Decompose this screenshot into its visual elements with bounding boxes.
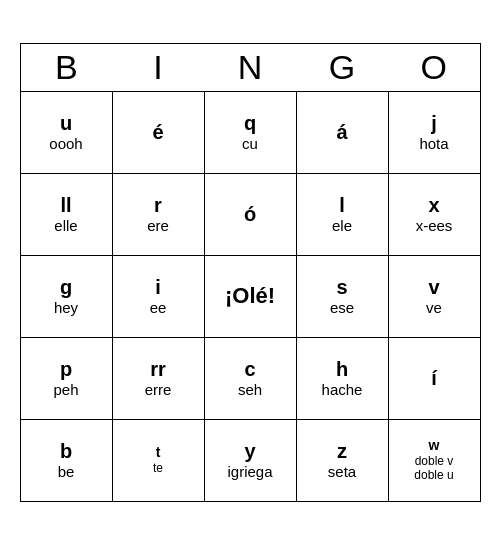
bingo-cell-r4c3: zseta: [296, 419, 388, 501]
cell-letter: r: [117, 193, 200, 217]
cell-name: ese: [301, 299, 384, 317]
bingo-cell-r0c3: á: [296, 91, 388, 173]
cell-letter: ll: [25, 193, 108, 217]
col-header-O: O: [388, 43, 480, 91]
free-space: ¡Olé!: [225, 283, 275, 308]
bingo-cell-r0c2: qcu: [204, 91, 296, 173]
cell-name: seh: [209, 381, 292, 399]
cell-letter: z: [301, 439, 384, 463]
cell-name: hache: [301, 381, 384, 399]
cell-name: hey: [25, 299, 108, 317]
cell-name: te: [117, 461, 200, 475]
cell-letter: g: [25, 275, 108, 299]
cell-name: ere: [117, 217, 200, 235]
col-header-N: N: [204, 43, 296, 91]
bingo-cell-r4c0: bbe: [20, 419, 112, 501]
bingo-cell-r1c4: xx-ees: [388, 173, 480, 255]
cell-name: be: [25, 463, 108, 481]
cell-name: hota: [393, 135, 476, 153]
bingo-cell-r3c0: ppeh: [20, 337, 112, 419]
bingo-cell-r3c2: cseh: [204, 337, 296, 419]
cell-letter: u: [25, 111, 108, 135]
cell-letter: b: [25, 439, 108, 463]
table-row: uooohéqcuájhota: [20, 91, 480, 173]
bingo-cell-r3c4: í: [388, 337, 480, 419]
cell-letter: p: [25, 357, 108, 381]
cell-letter: h: [301, 357, 384, 381]
bingo-cell-r2c2: ¡Olé!: [204, 255, 296, 337]
cell-name: cu: [209, 135, 292, 153]
cell-name: igriega: [209, 463, 292, 481]
cell-letter: w: [393, 437, 476, 454]
cell-name: oooh: [25, 135, 108, 153]
table-row: llellerereólelexx-ees: [20, 173, 480, 255]
cell-letter: i: [117, 275, 200, 299]
cell-name: doble v doble u: [393, 454, 476, 483]
cell-name: seta: [301, 463, 384, 481]
cell-name: ele: [301, 217, 384, 235]
cell-letter: j: [393, 111, 476, 135]
bingo-cell-r3c1: rrerre: [112, 337, 204, 419]
header-row: BINGO: [20, 43, 480, 91]
cell-name: ve: [393, 299, 476, 317]
bingo-cell-r3c3: hhache: [296, 337, 388, 419]
cell-name: x-ees: [393, 217, 476, 235]
bingo-cell-r2c0: ghey: [20, 255, 112, 337]
cell-name: ee: [117, 299, 200, 317]
bingo-cell-r1c1: rere: [112, 173, 204, 255]
bingo-cell-r0c0: uoooh: [20, 91, 112, 173]
cell-letter: rr: [117, 357, 200, 381]
cell-letter: l: [301, 193, 384, 217]
col-header-G: G: [296, 43, 388, 91]
table-row: ppehrrerrecsehhhacheí: [20, 337, 480, 419]
col-header-B: B: [20, 43, 112, 91]
bingo-cell-r0c4: jhota: [388, 91, 480, 173]
bingo-cell-r2c4: vve: [388, 255, 480, 337]
bingo-cell-r1c0: llelle: [20, 173, 112, 255]
cell-letter: y: [209, 439, 292, 463]
cell-letter: ó: [209, 202, 292, 226]
cell-letter: s: [301, 275, 384, 299]
cell-name: erre: [117, 381, 200, 399]
cell-name: peh: [25, 381, 108, 399]
bingo-cell-r1c2: ó: [204, 173, 296, 255]
cell-letter: í: [393, 366, 476, 390]
bingo-cell-r2c3: sese: [296, 255, 388, 337]
cell-letter: c: [209, 357, 292, 381]
bingo-cell-r2c1: iee: [112, 255, 204, 337]
table-row: gheyiee¡Olé!sesevve: [20, 255, 480, 337]
cell-letter: v: [393, 275, 476, 299]
bingo-cell-r1c3: lele: [296, 173, 388, 255]
bingo-cell-r0c1: é: [112, 91, 204, 173]
table-row: bbetteyigriegazsetawdoble v doble u: [20, 419, 480, 501]
cell-letter: é: [117, 120, 200, 144]
cell-name: elle: [25, 217, 108, 235]
cell-letter: á: [301, 120, 384, 144]
cell-letter: t: [117, 444, 200, 461]
bingo-cell-r4c4: wdoble v doble u: [388, 419, 480, 501]
bingo-cell-r4c1: tte: [112, 419, 204, 501]
col-header-I: I: [112, 43, 204, 91]
bingo-cell-r4c2: yigriega: [204, 419, 296, 501]
cell-letter: x: [393, 193, 476, 217]
bingo-grid: BINGO uooohéqcuájhotallellerereólelexx-e…: [20, 43, 481, 502]
cell-letter: q: [209, 111, 292, 135]
